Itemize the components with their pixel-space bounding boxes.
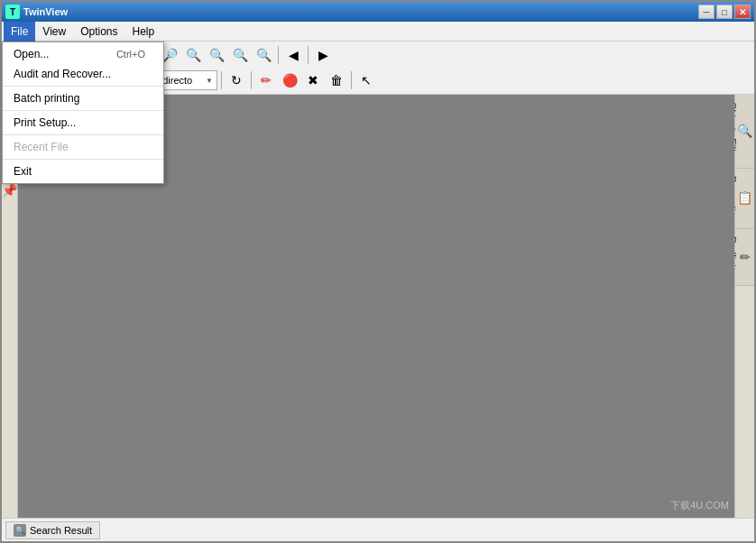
- nav-next-btn[interactable]: ▶: [312, 44, 334, 66]
- menu-view[interactable]: View: [35, 22, 73, 41]
- right-panel: 🔍 Objects Filter 📋 Properties ✏ Redlinin…: [734, 95, 754, 518]
- close-button[interactable]: ✕: [734, 5, 751, 19]
- redlining-icon: ✏: [738, 240, 752, 274]
- search-result-icon: 🔍: [14, 524, 26, 537]
- zoom-btn-6[interactable]: 🔍: [229, 44, 251, 66]
- search-result-tab[interactable]: 🔍 Search Result: [5, 521, 100, 539]
- search-result-label: Search Result: [30, 525, 92, 536]
- toolbar-sep-4: [308, 46, 309, 64]
- nav-prev-btn[interactable]: ◀: [282, 44, 304, 66]
- status-bar: 🔍 Search Result: [2, 518, 754, 541]
- zoom-btn-7[interactable]: 🔍: [253, 44, 274, 66]
- redline-x-btn[interactable]: ✖: [302, 69, 324, 91]
- app-icon: T: [5, 5, 20, 19]
- menu-recent-file: Recent File: [3, 137, 163, 157]
- menu-separator-4: [3, 159, 163, 160]
- window-title: TwinView: [23, 6, 68, 17]
- cursor-btn[interactable]: ↖: [355, 69, 377, 91]
- menu-print-setup[interactable]: Print Setup...: [3, 113, 163, 133]
- toolbar-sep-3: [278, 46, 279, 64]
- menu-bar: File View Options Help Open... Ctrl+O Au…: [2, 22, 754, 41]
- redline-bin-btn[interactable]: 🗑: [326, 69, 347, 91]
- watermark: 下载4U.COM: [670, 499, 729, 512]
- left-panel-icon[interactable]: 📌: [2, 183, 17, 198]
- menu-separator-3: [3, 134, 163, 135]
- zoom-btn-4[interactable]: 🔍: [182, 44, 204, 66]
- properties-icon: 📋: [738, 179, 752, 217]
- title-bar-buttons: ─ □ ✕: [698, 5, 751, 19]
- menu-help[interactable]: Help: [125, 22, 162, 41]
- plotstyle-dropdown-arrow: ▼: [206, 77, 213, 85]
- window-frame: T TwinView ─ □ ✕ File View Options Help …: [0, 0, 756, 543]
- redline-pen-btn[interactable]: ✏: [255, 69, 277, 91]
- redline-shape-btn[interactable]: 🔴: [279, 69, 300, 91]
- properties-tab[interactable]: 📋 Properties: [735, 169, 754, 229]
- file-dropdown-menu: Open... Ctrl+O Audit and Recover... Batc…: [2, 41, 164, 184]
- objects-filter-tab[interactable]: 🔍 Objects Filter: [735, 95, 754, 169]
- menu-batch-printing[interactable]: Batch printing: [3, 88, 163, 108]
- title-bar: T TwinView ─ □ ✕: [2, 2, 754, 22]
- menu-open[interactable]: Open... Ctrl+O: [3, 44, 163, 64]
- objects-filter-icon: 🔍: [738, 106, 752, 157]
- minimize-button[interactable]: ─: [698, 5, 715, 19]
- title-bar-left: T TwinView: [5, 5, 68, 19]
- menu-separator-2: [3, 110, 163, 111]
- menu-separator-1: [3, 86, 163, 87]
- zoom-btn-5[interactable]: 🔍: [206, 44, 227, 66]
- toolbar-sep-7: [251, 71, 252, 89]
- redlining-tab[interactable]: ✏ Redlining: [735, 229, 754, 286]
- toolbar-sep-6: [221, 71, 222, 89]
- toolbar-sep-8: [351, 71, 352, 89]
- menu-audit-recover[interactable]: Audit and Recover...: [3, 64, 163, 84]
- menu-options[interactable]: Options: [73, 22, 124, 41]
- menu-file[interactable]: File: [4, 22, 35, 41]
- refresh-btn[interactable]: ↻: [226, 69, 247, 91]
- menu-exit[interactable]: Exit: [3, 161, 163, 181]
- maximize-button[interactable]: □: [716, 5, 733, 19]
